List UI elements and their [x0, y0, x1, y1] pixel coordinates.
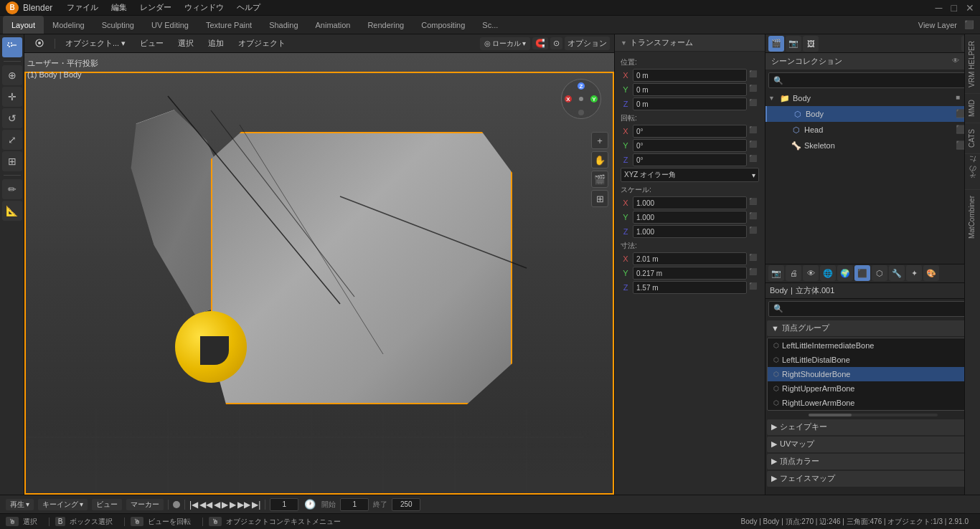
props-icon-btn[interactable]: 🎬 [768, 36, 784, 52]
scene-canvas[interactable]: Z X Y + ✋ 🎬 ⊞ [24, 53, 614, 495]
uv-maps-header[interactable]: ▶ UVマップ [767, 437, 979, 452]
props-search-box[interactable]: 🔍 [768, 301, 977, 317]
props-material-btn[interactable]: 🎨 [923, 265, 939, 281]
tab-sculpting[interactable]: Sculpting [93, 16, 143, 34]
options-btn[interactable]: オプション [565, 37, 610, 50]
tool-scale[interactable]: ⤢ [2, 130, 22, 150]
viewport-select-menu[interactable]: 選択 [172, 37, 199, 50]
gizmo-neg-y-axis[interactable] [578, 110, 584, 115]
menu-file[interactable]: ファイル [62, 1, 103, 14]
viewport-gizmo[interactable]: Z X Y [561, 79, 604, 122]
maximize-button[interactable]: □ [951, 2, 957, 14]
scene-restrict-icon[interactable]: 👁 [952, 57, 962, 67]
grid-btn[interactable]: ⊞ [591, 190, 608, 207]
zoom-in-btn[interactable]: + [591, 132, 608, 149]
viewport-object-menu[interactable]: オブジェクト [232, 37, 291, 50]
tool-cursor[interactable]: ⊕ [2, 65, 22, 85]
viewport[interactable]: オブジェクト... ▾ ビュー 選択 追加 オブジェクト ◎ ローカル ▾ 🧲 … [24, 34, 614, 495]
tl-next-keyframe-btn[interactable]: ▶ [230, 500, 236, 510]
gizmo-z-axis[interactable]: Z [578, 82, 585, 90]
scale-x-input[interactable]: 1.000 [633, 196, 747, 209]
tl-jump-end-btn[interactable]: ▶| [252, 500, 260, 510]
props-modifier-btn[interactable]: 🔧 [889, 265, 905, 281]
tl-play-btn[interactable]: ▶ [222, 500, 228, 510]
menu-window[interactable]: ウィンドウ [180, 1, 228, 14]
tab-uv-editing[interactable]: UV Editing [143, 16, 197, 34]
dim-z-input[interactable]: 1.57 m [633, 281, 747, 294]
snap-btn[interactable]: 🧲 [532, 37, 548, 49]
vg-item-left-little-intermediate[interactable]: ⬡ LeftLittleIntermediateBone [768, 338, 965, 353]
tool-transform[interactable]: ⊞ [2, 151, 22, 171]
viewport-mode-btn[interactable] [29, 37, 50, 51]
gizmo-x-axis[interactable]: X [565, 95, 572, 103]
pivot-point-btn[interactable]: ◎ ローカル ▾ [480, 37, 530, 50]
rot-z-input[interactable]: 0° [633, 153, 747, 166]
gizmo-y-axis[interactable]: Y [590, 95, 598, 103]
props-object-btn[interactable]: ⬛ [854, 265, 870, 281]
dim-z-copy[interactable]: ⬛ [749, 282, 759, 292]
camera-btn[interactable]: 🎬 [591, 171, 608, 188]
pos-z-input[interactable]: 0 m [633, 97, 747, 110]
tl-keying-dropdown[interactable]: キーイング ▾ [38, 499, 88, 510]
tab-animation[interactable]: Animation [307, 16, 359, 34]
tool-select-box[interactable] [2, 37, 22, 57]
scale-z-copy[interactable]: ⬛ [749, 227, 759, 237]
props-world-btn[interactable]: 🌍 [837, 265, 853, 281]
tab-compositing[interactable]: Compositing [413, 16, 473, 34]
tl-prev-frame-btn[interactable]: ◀◀ [199, 500, 212, 510]
tree-root-body-collection[interactable]: ▼ 📁 Body ■ 👁 [765, 90, 980, 106]
tl-jump-start-btn[interactable]: |◀ [189, 500, 198, 510]
rot-y-input[interactable]: 0° [633, 139, 747, 152]
scale-z-input[interactable]: 1.000 [633, 225, 747, 238]
pos-x-copy[interactable]: ⬛ [749, 70, 759, 80]
pos-x-input[interactable]: 0 m [633, 69, 747, 82]
scale-y-input[interactable]: 1.000 [633, 211, 747, 224]
viewport-object-mode[interactable]: オブジェクト... ▾ [60, 37, 131, 50]
tool-rotate[interactable]: ↺ [2, 108, 22, 128]
shape-keys-header[interactable]: ▶ シェイプキー [767, 419, 979, 435]
vg-item-right-lower-arm[interactable]: ⬡ RightLowerArmBone [768, 396, 965, 410]
tab-rendering[interactable]: Rendering [359, 16, 413, 34]
transform-panel-header[interactable]: ▼ トランスフォーム [615, 34, 765, 52]
vertex-colors-header[interactable]: ▶ 頂点カラー [767, 454, 979, 470]
tab-layout[interactable]: Layout [3, 16, 44, 34]
dim-y-input[interactable]: 0.217 m [633, 267, 747, 280]
rot-z-copy[interactable]: ⬛ [749, 155, 759, 165]
dim-x-input[interactable]: 2.01 m [633, 252, 747, 265]
tl-next-frame-btn[interactable]: ▶▶ [237, 500, 250, 510]
gizmo-circle[interactable]: Z X Y [561, 79, 601, 119]
tl-clock-icon[interactable]: 🕐 [304, 499, 316, 510]
scale-y-copy[interactable]: ⬛ [749, 212, 759, 222]
pos-y-copy[interactable]: ⬛ [749, 85, 759, 95]
props-body-label[interactable]: Body [770, 286, 788, 295]
tool-annotate[interactable]: ✏ [2, 179, 22, 199]
scroll-bar[interactable] [809, 414, 938, 416]
scene-search-box[interactable]: 🔍 [768, 72, 977, 88]
tl-view-btn[interactable]: ビュー [92, 499, 122, 510]
props-mesh-label[interactable]: 立方体.001 [796, 285, 834, 296]
pan-btn[interactable]: ✋ [591, 151, 608, 168]
tree-item-head[interactable]: ⬡ Head ⬛ 👁 [765, 122, 980, 138]
rot-x-input[interactable]: 0° [633, 125, 747, 138]
rot-y-copy[interactable]: ⬛ [749, 140, 759, 151]
tool-measure[interactable]: 📐 [2, 201, 22, 221]
pos-z-copy[interactable]: ⬛ [749, 99, 759, 109]
props-render-btn[interactable]: 📷 [768, 265, 784, 281]
tree-item-body-mesh[interactable]: ⬡ Body ⬛ 👁 [765, 106, 980, 122]
proportional-btn[interactable]: ⊙ [550, 37, 562, 49]
props-scene-btn[interactable]: 🌐 [820, 265, 836, 281]
pos-y-input[interactable]: 0 m [633, 83, 747, 96]
tab-shading[interactable]: Shading [260, 16, 306, 34]
scene-icon[interactable]: ⬛ [964, 20, 974, 29]
menu-help[interactable]: ヘルプ [232, 1, 265, 14]
euler-dropdown[interactable]: XYZ オイラー角 ▾ [621, 168, 759, 182]
tab-texture-paint[interactable]: Texture Paint [197, 16, 260, 34]
vg-item-right-shoulder[interactable]: ⬡ RightShoulderBone [768, 367, 965, 381]
gizmo-view-dot[interactable] [579, 97, 583, 101]
props-mesh-btn[interactable]: ⬡ [872, 265, 887, 281]
menu-render[interactable]: レンダー [136, 1, 176, 14]
output-icon-btn[interactable]: 🖼 [803, 36, 819, 52]
vertex-groups-header[interactable]: ▼ 頂点グループ [767, 320, 979, 336]
tl-prev-keyframe-btn[interactable]: ◀ [214, 500, 220, 510]
render-icon-btn[interactable]: 📷 [786, 36, 801, 52]
